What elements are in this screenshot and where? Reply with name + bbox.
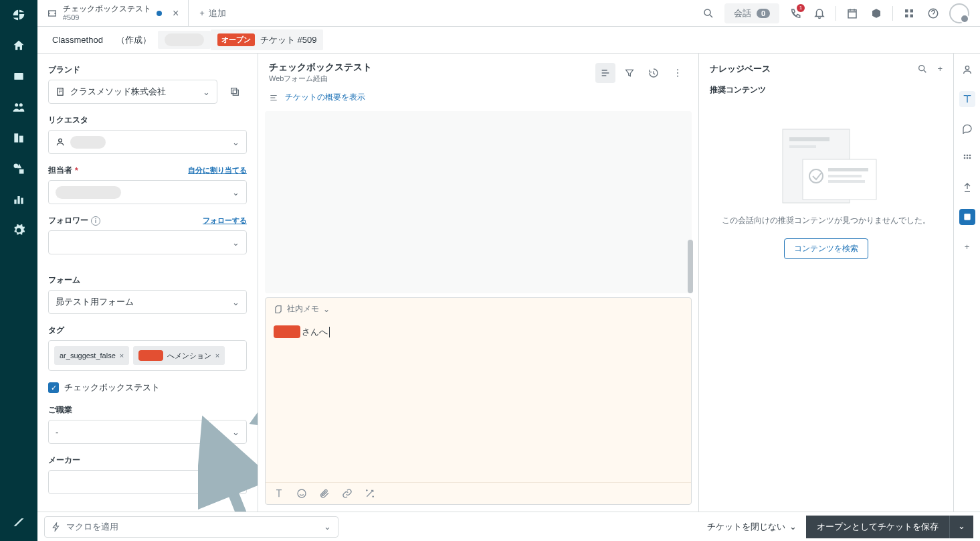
svg-rect-32 [828,168,868,171]
history-button[interactable] [644,63,664,83]
knowledge-button[interactable] [959,91,975,107]
tag-remove-icon[interactable]: × [120,352,124,360]
svg-rect-3 [14,133,18,142]
org-icon[interactable] [11,130,27,146]
svg-rect-19 [233,90,238,95]
assign-self-link[interactable]: 自分に割り当てる [188,165,247,175]
kb-subtitle: 推奨コンテンツ [699,84,953,96]
help-button[interactable] [925,5,941,21]
maker-label: メーカー [48,455,247,466]
kb-add-button[interactable]: + [937,64,943,74]
chat-button[interactable] [959,121,975,137]
follow-link[interactable]: フォローする [203,216,247,226]
log-view-button[interactable] [595,63,615,83]
close-ticket-button[interactable]: チケットを閉じない ⌄ [698,516,806,538]
tag-label: タグ [48,325,247,336]
show-summary-link[interactable]: チケットの概要を表示 [258,88,698,107]
text-format-button[interactable] [274,488,284,499]
more-button[interactable] [668,63,688,83]
zendesk-z-icon[interactable] [11,514,27,530]
merge-button[interactable] [959,179,975,196]
bell-button[interactable] [811,5,827,21]
save-ticket-button[interactable]: オープンとしてチケットを保存 [806,516,949,538]
via-bar: Classmethod （作成） xxxxxx オープン チケット #509 [37,27,980,54]
via-user-redacted[interactable]: xxxxxx [158,31,211,49]
occupation-select[interactable]: - ⌄ [48,420,247,444]
center-panel: チェックボックステスト Webフォーム経由 チケットの概要を表示 [258,54,699,512]
maker-input[interactable] [48,470,247,494]
via-ticket[interactable]: オープン チケット #509 [211,29,324,50]
follower-select[interactable]: ⌄ [48,230,247,254]
occupation-label: ご職業 [48,404,247,416]
editor-toolbar [266,482,691,504]
search-button[interactable] [700,5,716,21]
requester-select[interactable]: xxxxx ⌄ [48,130,247,154]
lightning-icon [52,522,61,532]
svg-rect-4 [19,136,23,143]
chevron-down-icon: ⌄ [232,297,239,307]
svg-rect-16 [910,14,914,17]
admin-gear-icon[interactable] [11,222,27,238]
add-app-button[interactable]: + [959,238,975,254]
svg-rect-14 [910,9,914,13]
emoji-button[interactable] [296,488,307,499]
tab-ticket[interactable]: チェックボックステスト #509 × [37,0,189,26]
save-dropdown-button[interactable]: ⌄ [949,516,973,538]
svg-rect-34 [828,180,865,183]
form-select[interactable]: 昴テスト用フォーム ⌄ [48,290,247,314]
svg-rect-20 [231,88,237,94]
apps-button[interactable] [901,5,917,21]
apps-grid-button[interactable] [959,150,975,166]
attach-button[interactable] [319,488,330,499]
svg-rect-33 [828,175,862,177]
copy-button[interactable] [223,80,247,104]
tab-close-button[interactable]: × [173,7,179,19]
filter-button[interactable] [619,63,640,83]
user-context-button[interactable] [959,62,975,78]
svg-point-37 [966,155,968,157]
macro-select[interactable]: マクロを適用 ⌄ [44,516,338,538]
zendesk-logo-icon[interactable] [11,7,27,23]
tag-chip[interactable]: ar_suggest_false× [54,346,129,365]
svg-rect-18 [58,88,63,96]
analytics-icon[interactable] [11,191,27,208]
tag-chip[interactable]: xxxへメンション× [133,346,225,365]
app-shortcut-button[interactable] [959,209,975,225]
editor: 社内メモ ⌄ xxxさんへ [265,297,692,505]
unsaved-dot-icon [157,11,162,16]
link-button[interactable] [342,488,353,499]
tab-add-button[interactable]: + 追加 [189,0,237,26]
info-icon[interactable]: i [91,216,100,226]
conversation-chip[interactable]: 会話 0 [724,3,779,23]
svg-rect-12 [848,9,856,17]
calendar-button[interactable] [844,5,860,21]
assignee-select[interactable]: xxxxxxxxxxxx ⌄ [48,180,247,204]
conversation-area[interactable] [265,111,692,293]
kb-search-content-button[interactable]: コンテンツを検索 [784,238,868,259]
tag-remove-icon[interactable]: × [215,352,219,360]
kb-search-button[interactable] [917,64,928,74]
checkbox-checked-icon[interactable]: ✓ [48,382,59,393]
tag-input[interactable]: ar_suggest_false× xxxへメンション× [48,340,247,371]
editor-textarea[interactable]: xxxさんへ [266,320,691,482]
magic-button[interactable] [365,488,375,499]
left-panel: ブランド クラスメソッド株式会社 ⌄ リクエスタ xxxxx ⌄ 担 [37,54,258,512]
avatar-button[interactable] [949,3,969,23]
ticket-icon[interactable] [11,68,27,84]
kb-title: ナレッジベース [710,63,771,75]
cube-button[interactable] [868,5,884,21]
internal-note-tab[interactable]: 社内メモ ⌄ [266,298,691,320]
call-button[interactable]: 1 [787,5,803,21]
checkbox-row[interactable]: ✓ チェックボックステスト [48,382,247,394]
shapes-icon[interactable] [11,161,27,177]
chevron-down-icon: ⌄ [232,427,239,437]
home-icon[interactable] [11,37,27,54]
svg-point-22 [677,69,678,70]
scrollbar-thumb[interactable] [688,240,693,293]
brand-select[interactable]: クラスメソッド株式会社 ⌄ [48,80,217,104]
svg-point-41 [969,157,971,159]
tab-bar: チェックボックステスト #509 × + 追加 会話 0 1 [37,0,980,27]
people-icon[interactable] [11,99,27,115]
via-org[interactable]: Classmethod [45,31,110,49]
svg-point-2 [19,103,23,106]
